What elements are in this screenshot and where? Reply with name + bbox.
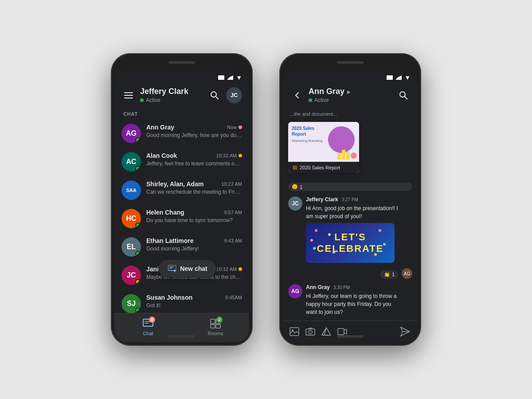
- menu-button[interactable]: [121, 88, 136, 102]
- chat-item-4[interactable]: EL Ethan Lattimore 9:43 AM Good morning …: [114, 233, 249, 261]
- svg-rect-1: [124, 95, 133, 96]
- new-chat-fab[interactable]: New chat: [159, 260, 216, 278]
- svg-point-3: [211, 92, 216, 97]
- chat-content-2: Shirley, Alan, Adam 10:22 AM Can we resc…: [146, 180, 242, 195]
- nav-rooms[interactable]: 2 Rooms: [182, 316, 249, 338]
- chat-item-6[interactable]: SJ Susan Johnson 9:45AM Got it!: [114, 289, 249, 313]
- chat-content-4: Ethan Lattimore 9:43 AM Good morning Jef…: [146, 237, 242, 252]
- attachment-message: 2020 SalesReport Marketing Branding: [288, 122, 412, 176]
- status-indicator-1: [135, 166, 141, 171]
- chat-header-row-0: Ann Gray Now: [146, 124, 242, 131]
- message-jeffery: JC Jeffery Clark 3:27 PM Hi Ann, good jo…: [288, 196, 412, 263]
- chat-section-label: CHAT: [114, 108, 249, 119]
- circle-decoration: [328, 126, 355, 153]
- svg-point-17: [400, 92, 405, 97]
- reaction-chip-1[interactable]: 😊 1: [288, 183, 412, 191]
- active-dot-2: [309, 98, 312, 102]
- jeffery-message-content: Jeffery Clark 3:27 PM Hi Ann, good job o…: [306, 196, 403, 263]
- contact-name-2: Ann Gray ▸: [309, 87, 392, 96]
- status-indicator-0: [135, 137, 141, 143]
- battery-icon-2: ▼: [404, 74, 411, 81]
- svg-point-22: [309, 330, 312, 334]
- battery-icon: ▼: [236, 74, 242, 81]
- nav-chat[interactable]: 8 Chat: [114, 316, 182, 338]
- chat-content-6: Susan Johnson 9:45AM Got it!: [146, 294, 242, 309]
- ann-msg-header: Ann Gray 3:30 PM: [306, 284, 403, 290]
- input-actions: [288, 325, 348, 338]
- header-status-1: Active: [140, 97, 203, 103]
- svg-rect-26: [338, 329, 344, 335]
- chat-item-2[interactable]: SAA Shirley, Alan, Adam 10:22 AM Can we …: [114, 176, 249, 204]
- signal-icon-2: [387, 75, 393, 80]
- send-button[interactable]: [398, 325, 412, 339]
- status-indicator-3: [135, 223, 141, 228]
- chat-item-3[interactable]: HC Helen Chang 9:57 AM Do you have time …: [114, 204, 249, 233]
- report-bars: [337, 150, 357, 160]
- header-title-area-2: Ann Gray ▸ Active: [309, 87, 392, 103]
- status-bar-1: ▼: [114, 71, 249, 82]
- phone-2-screen: ▼ Ann Gray ▸ Active: [283, 71, 418, 342]
- chat-avatar-1: AC: [121, 152, 141, 172]
- video-button[interactable]: [336, 325, 348, 338]
- svg-rect-15: [211, 325, 215, 328]
- drive-button[interactable]: [320, 325, 332, 338]
- rooms-nav-icon: 2: [210, 318, 221, 329]
- chat-item-1[interactable]: AC Alan Cook 10:32 AM Jeffery, feel free…: [114, 148, 249, 176]
- chat-badge: 8: [149, 317, 155, 323]
- chat-header-row-6: Susan Johnson 9:45AM: [146, 294, 242, 301]
- chat-time-6: 9:45AM: [225, 295, 242, 300]
- search-button-2[interactable]: [396, 88, 411, 102]
- status-bar-2: ▼: [283, 71, 418, 82]
- reaction-emoji-2: 👏: [384, 272, 390, 278]
- svg-rect-0: [124, 92, 133, 93]
- expand-icon: ▸: [347, 88, 350, 95]
- celebrate-gif: LET'S CELEBRATE: [306, 223, 395, 263]
- phone-1: ▼ Jeffery Clark Acti: [111, 53, 253, 346]
- small-avatar: AG: [402, 268, 412, 279]
- confetti-decoration: [306, 223, 395, 263]
- ann-avatar: AG: [288, 284, 302, 298]
- chat-avatar-2: SAA: [121, 180, 141, 200]
- wifi-icon-2: [395, 75, 402, 80]
- app-header-2: Ann Gray ▸ Active: [283, 82, 418, 108]
- wifi-icon: [227, 75, 233, 80]
- status-indicator-6: [135, 308, 141, 313]
- svg-rect-21: [306, 329, 315, 335]
- chat-avatar-5: JC: [121, 266, 141, 285]
- header-title-area-1: Jeffery Clark Active: [140, 87, 203, 103]
- back-button[interactable]: [290, 88, 304, 102]
- unread-dot-1: [239, 154, 242, 157]
- chat-header-row-1: Alan Cook 10:32 AM: [146, 152, 242, 159]
- reaction-chip-2[interactable]: 👏 1: [380, 270, 398, 279]
- ann-message-content: Ann Gray 3:30 PM Hi Jeffery, our team is…: [306, 284, 403, 316]
- report-text: 2020 SalesReport Marketing Branding: [292, 125, 322, 143]
- sales-report-card[interactable]: 2020 SalesReport Marketing Branding: [288, 122, 359, 173]
- contact-name-1: Jeffery Clark: [140, 87, 203, 96]
- chat-content-0: Ann Gray Now Good morning Jeffery, how a…: [146, 124, 242, 138]
- unread-dot-0: [239, 125, 242, 129]
- camera-button[interactable]: [304, 325, 317, 338]
- chat-time-4: 9:43 AM: [224, 238, 242, 243]
- jeffery-msg-header: Jeffery Clark 3:27 PM: [306, 196, 403, 203]
- chat-header-row-2: Shirley, Alan, Adam 10:22 AM: [146, 180, 242, 188]
- chart-circle: [351, 153, 357, 159]
- new-chat-icon: [168, 264, 176, 273]
- status-indicator-5: [135, 279, 141, 285]
- chat-item-0[interactable]: AG Ann Gray Now Good morning Jeffery, ho…: [114, 119, 249, 148]
- chat-header-row-4: Ethan Lattimore 9:43 AM: [146, 237, 242, 244]
- search-button-1[interactable]: [207, 88, 222, 102]
- rooms-badge: 2: [216, 317, 223, 323]
- unread-dot-5: [239, 267, 242, 271]
- image-button[interactable]: [288, 325, 301, 338]
- signal-icon: [218, 75, 224, 80]
- chat-avatar-4: EL: [121, 237, 141, 257]
- bottom-nav-1: 8 Chat 2 Rooms: [114, 313, 249, 342]
- chat-avatar-0: AG: [121, 124, 141, 143]
- reaction-row-2: 👏 1 AG: [288, 268, 412, 279]
- chat-time-1: 10:32 AM: [216, 153, 242, 158]
- partial-message: ...the and document...: [288, 111, 412, 117]
- svg-rect-19: [290, 328, 299, 336]
- fab-button-inner[interactable]: New chat: [159, 260, 216, 278]
- chat-avatar-6: SJ: [121, 294, 141, 313]
- app-header-1: Jeffery Clark Active JC: [114, 82, 249, 108]
